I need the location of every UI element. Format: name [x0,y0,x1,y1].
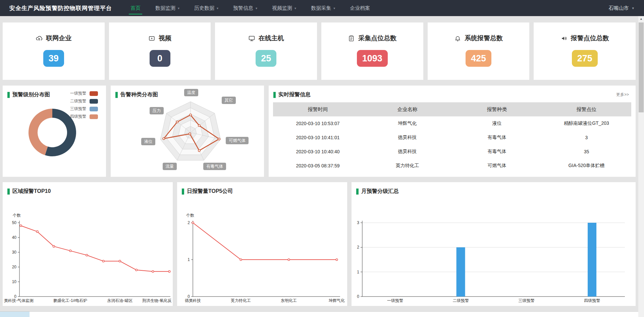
stat-label: 系统报警总数 [465,34,503,43]
table-cell: 液位 [452,116,542,130]
data-point [36,231,38,233]
app-title: 安全生产风险预警防控物联网管理平台 [9,4,112,12]
city-selector[interactable]: 石嘴山市 ▾ [608,0,634,16]
region-alarm-top10-chart: 01020304050个数昊科技-气体监测鹏盛化工-1#电石炉永润石油-罐区荆洪… [3,182,173,306]
chevron-down-icon: ▾ [294,6,296,10]
table-cell: 德昊科技 [363,130,452,145]
chart-text: 2 [357,245,359,250]
stat-label: 联网企业 [46,34,71,43]
legend-item[interactable]: 二级预警 [70,97,98,105]
chart-text: 昊科技-气体监测 [4,298,34,303]
radar-axis-label-chip: 可燃气体 [226,137,249,144]
stat-card-header: 采集点位总数 [321,34,423,43]
legend-item[interactable]: 三级预警 [70,105,98,113]
table-cell: 可燃气体 [452,159,542,173]
radar-axis-label-chip: 液位 [141,138,155,145]
chart-text: 东明化工 [281,298,297,303]
nav-item-label: 预警信息 [233,5,253,11]
alarm-type-title: 告警种类分布图 [120,91,158,98]
alarm-type-card: 告警种类分布图 温度其它可燃气体有毒气体流量液位压力 [111,86,264,177]
table-cell: 3 [542,130,631,145]
stat-value-badge: 275 [572,50,598,67]
stat-card-header: 视频 [109,34,211,43]
chart-text: 液位 [144,139,153,144]
middle-row: 预警级别分布图 一级预警二级预警三级预警四级预警 告警种类分布图 温度其它可燃气… [3,86,636,177]
daily-alarm-top5-card: 日报警量TOP5公司 012个数德昊科技英力特化工东明化工坤辉气化 [177,182,347,306]
table-cell: 2020-03-05 08:37:59 [273,159,363,173]
partial-blue-panel [0,312,30,317]
legend-item[interactable]: 一级预警 [70,90,98,97]
nav-item-data-collection[interactable]: 数据采集▾ [306,0,340,16]
clipboard-icon [348,35,355,42]
chart-text: 二级预警 [453,298,469,303]
title-bar-icon [7,189,10,195]
nav-item-label: 视频监测 [272,5,292,11]
legend-label: 四级预警 [70,114,86,119]
chart-text: 2 [187,220,190,225]
chevron-down-icon: ▾ [217,6,218,10]
chevron-down-icon: ▾ [256,6,257,10]
nav-item-video-monitoring[interactable]: 视频监测▾ [267,0,301,16]
scrollbar-thumb[interactable] [639,22,644,112]
realtime-alarm-table: 报警时间企业名称报警种类报警点位 2020-03-10 10:53:07坤辉气化… [273,102,631,173]
chart-text: 有毒气体 [206,164,223,169]
title-bar-icon [273,92,276,98]
warning-level-card: 预警级别分布图 一级预警二级预警三级预警四级预警 [3,86,106,177]
monthly-warning-summary-card: 月预警分级汇总 0123一级预警二级预警三级预警四级预警 [352,182,636,306]
nav-item-enterprise-archives[interactable]: 企业档案 [345,0,375,16]
table-column-header: 报警时间 [273,102,363,116]
data-point [336,259,338,261]
table-cell: GIA-520单体贮槽 [542,159,631,173]
more-link[interactable]: 更多>> [616,92,629,98]
radar-axis-label-chip: 流量 [163,163,177,170]
nav-item-history-data[interactable]: 历史数据▾ [189,0,223,16]
chart-text: 流量 [166,164,174,169]
table-column-header: 报警点位 [542,102,631,116]
alarm-type-radar-chart: 温度其它可燃气体有毒气体流量液位压力 [111,86,264,177]
table-header-row: 报警时间企业名称报警种类报警点位 [273,102,631,116]
data-point [192,222,194,224]
chart-text: 三级预警 [518,298,534,303]
vertical-scrollbar[interactable]: ▲ [638,16,644,317]
region-top10-title: 区域报警TOP10 [12,188,51,195]
table-row: 2020-03-05 08:37:59英力特化工可燃气体GIA-520单体贮槽 [273,159,631,173]
radar-data-point [218,138,220,140]
stat-card-header: 系统报警总数 [428,34,530,43]
scroll-up-button[interactable]: ▲ [638,16,644,22]
title-bar-icon [182,189,184,195]
nav-item-home[interactable]: 首页 [125,0,146,16]
table-cell: 2020-03-10 10:41:01 [273,130,363,145]
card-title: 实时报警信息 [269,86,636,98]
chart-text: 3 [357,220,359,225]
chart-text: 德昊科技 [185,298,201,303]
data-point [69,250,71,252]
chart-text: 坤辉气化 [329,298,345,303]
chart-text: 个数 [12,213,21,218]
data-point [136,269,138,271]
chart-text: 鹏盛化工-1#电石炉 [53,298,87,303]
stat-value-badge: 39 [43,50,64,67]
city-label: 石嘴山市 [608,5,629,11]
chart-text: 荆洪生物-氧化反 [142,298,172,303]
stat-label: 报警点位总数 [571,34,609,43]
stat-card-system-alarms-total: 系统报警总数425 [428,22,530,80]
radar-data-point [189,133,191,135]
bar-二级预警 [457,247,465,297]
nav-item-warning-info[interactable]: 预警信息▾ [228,0,262,16]
table-cell: 坤辉气化 [363,116,452,130]
title-bar-icon [115,92,118,98]
data-point [102,260,104,262]
stat-label: 视频 [159,34,171,43]
legend-item[interactable]: 四级预警 [70,113,98,120]
chart-text: 可燃气体 [229,138,246,143]
radar-data-point [198,124,200,126]
nav-item-data-monitoring[interactable]: 数据监测▾ [150,0,184,16]
chart-text: 0 [357,294,359,299]
daily-top5-title: 日报警量TOP5公司 [187,188,233,195]
table-cell: 2020-03-10 10:40:40 [273,145,363,159]
data-point [152,270,154,272]
chart-text: 永润石油-罐区 [107,298,132,303]
title-bar-icon [7,92,10,98]
table-cell: 德昊科技 [363,145,452,159]
radar-data-point [176,121,178,123]
